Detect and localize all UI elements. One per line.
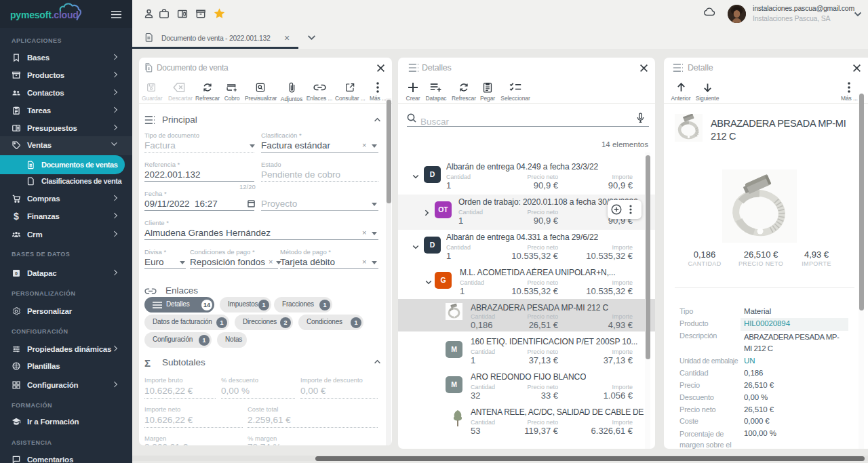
svg-text:0: 0 xyxy=(15,271,18,276)
